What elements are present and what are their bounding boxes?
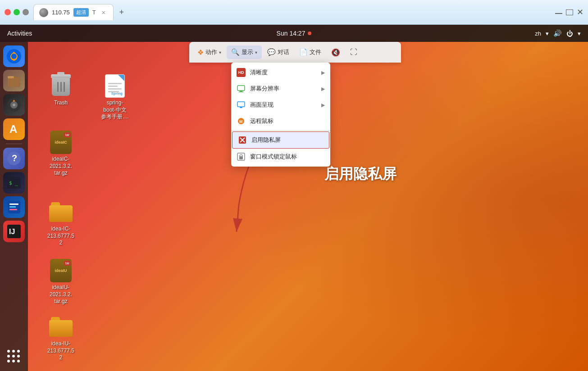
dialog-icon: 💬 [267,48,276,56]
fullscreen-button[interactable]: ⛶ [346,45,362,59]
folder-icon-shape-2 [49,317,73,337]
dock-item-toolbox[interactable] [3,196,25,218]
lock-box-icon [237,152,246,161]
toolbox-icon [6,199,22,215]
dock-item-help[interactable]: ? [3,148,25,169]
trash-body [52,78,70,96]
file-label: 文件 [310,48,321,56]
trash-icon-image [49,74,73,98]
display-chevron: ▾ [255,50,257,55]
win-close-icon[interactable]: ✕ [577,7,583,17]
document-icon-shape: Spring [105,74,125,98]
topbar-lang-arrow: ▾ [546,30,549,37]
win-minimize-icon[interactable] [555,13,562,14]
action-button[interactable]: ❖ 动作 ▾ [193,45,226,59]
clarity-label: 清晰度 [250,68,317,77]
idea-ic-icon-image [49,200,73,224]
display-button[interactable]: 🔍 显示 ▾ [227,45,262,59]
tar-icon-shape-2: tar ideaIU [50,259,72,282]
menu-item-privacy-screen[interactable]: 启用隐私屏 [232,131,329,149]
dock-item-terminal[interactable]: $ _ [3,172,25,194]
dock-item-rhythmbox[interactable] [3,94,25,116]
folder-icon-shape [49,202,73,222]
activities-button[interactable]: Activities [7,30,32,37]
font-icon: A [6,121,22,137]
topbar-lang-label[interactable]: zh [535,30,541,37]
file-button[interactable]: 📄 文件 [295,45,326,59]
svg-rect-16 [9,209,17,210]
tab-close-button[interactable]: × [100,9,108,17]
idealu-icon-image: tar ideaIU [49,259,73,282]
browser-tab[interactable]: 110.75 超清 T × [33,4,114,20]
svg-text:M: M [239,119,243,124]
monitor2-icon [237,100,246,109]
sound-icon[interactable]: 🔊 [553,29,562,37]
idea-iu-label: idea-IU-213.6777.52 [47,340,74,362]
dock-item-intellij[interactable]: IJ [3,221,25,242]
dock-item-thunderbird[interactable] [3,45,25,67]
tar-label: ideaIC [55,140,67,145]
dock-item-font-manager[interactable]: A [3,118,25,140]
idealu-label: ideaIU-2021.3.2.tar.gz [50,284,72,305]
tab-favicon [39,8,48,17]
file-icon: 📄 [299,48,308,56]
show-apps-button[interactable] [3,346,25,367]
svg-text:$ _: $ _ [9,180,18,186]
svg-rect-3 [8,76,14,78]
desktop-icon-idealu[interactable]: tar ideaIU ideaIU-2021.3.2.tar.gz [41,259,81,305]
menu-item-clarity[interactable]: HD 清晰度 ▶ [231,64,330,81]
win-restore-icon[interactable] [566,9,573,15]
tab-t-label: T [92,9,96,16]
presentation-arrow: ▶ [321,102,325,108]
menu-item-resolution[interactable]: 屏幕分辨率 ▶ [231,81,330,97]
menu-item-window-lock[interactable]: 窗口模式锁定鼠标 [231,149,330,165]
svg-text:A: A [9,123,17,135]
window-maximize-button[interactable] [14,9,20,15]
display-dropdown-panel: HD 清晰度 ▶ 屏幕分辨率 ▶ 画面呈现 [231,63,330,167]
files-icon [6,72,22,89]
desktop-icon-idealc[interactable]: tar ideaIC ideaIC-2021.3.2.tar.gz [41,131,81,177]
window-controls: ✕ [555,7,583,17]
desktop-icon-spring-boot[interactable]: Spring spring-boot-中文参考手册.... [95,74,135,121]
spring-boot-icon-image: Spring [103,74,127,98]
folder-body-2 [49,320,73,337]
window-close-button[interactable] [5,9,11,15]
new-tab-button[interactable]: + [115,6,128,18]
presentation-label: 画面呈现 [250,101,317,109]
trash-icon-label: Trash [54,100,68,107]
power-icon[interactable]: ⏻ [566,30,573,37]
circle-orange-icon: M [237,117,246,126]
svg-text:?: ? [12,153,17,163]
desktop-icon-idea-iu[interactable]: idea-IU-213.6777.52 [41,315,81,362]
topbar-clock[interactable]: Sun 14:27 [277,30,312,37]
clarity-arrow: ▶ [321,70,325,76]
idealc-label: ideaIC-2021.3.2.tar.gz [50,156,72,177]
rhythmbox-icon [6,97,22,113]
hd-icon: HD [237,68,246,77]
menu-item-presentation[interactable]: 画面呈现 ▶ [231,97,330,113]
trash-lid-handle [57,72,64,75]
clock-text: Sun 14:27 [277,30,305,37]
mute-button[interactable]: 🔇 [327,45,345,59]
x-box-icon [238,136,247,145]
svg-rect-2 [8,77,20,87]
desktop-icon-trash[interactable]: Trash [41,74,81,107]
window-minimize-button[interactable] [23,9,29,15]
menu-item-remote-mouse[interactable]: M 远程鼠标 [231,113,330,129]
mute-icon: 🔇 [331,48,340,57]
svg-point-7 [13,100,15,102]
action-label: 动作 [205,48,217,56]
trash-lid [51,74,71,78]
toolbar: ❖ 动作 ▾ 🔍 显示 ▾ 💬 对话 📄 文件 🔇 ⛶ [189,42,401,63]
desktop-icon-idea-ic[interactable]: idea-IC-213.6777.52 [41,200,81,247]
idealc-icon-image: tar ideaIC [49,131,73,154]
dock-item-files[interactable] [3,70,25,91]
resolution-label: 屏幕分辨率 [250,85,317,93]
idea-iu-icon-image [49,315,73,339]
dialog-button[interactable]: 💬 对话 [263,45,294,59]
tar-badge-2: tar [64,261,71,266]
tar-label-2: ideaIU [55,268,67,273]
fullscreen-icon: ⛶ [350,48,357,56]
dock: A ? $ _ [0,42,28,371]
svg-rect-14 [9,204,18,205]
